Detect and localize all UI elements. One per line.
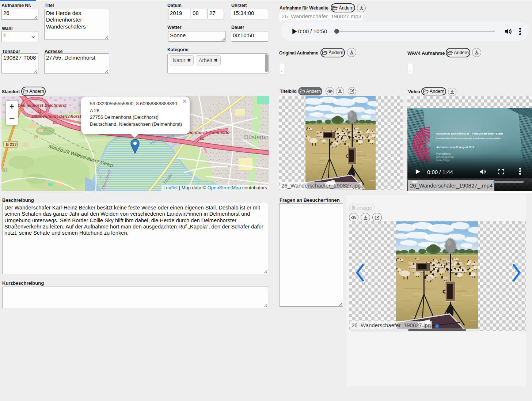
svg-text:Delmenhorst-Deichhorst: Delmenhorst-Deichhorst <box>18 103 67 107</box>
svg-text:Düsterno: Düsterno <box>244 134 269 140</box>
svg-text:21: 21 <box>53 120 57 124</box>
svg-text:Aufnahme vom 27.August 2019: Aufnahme vom 27.August 2019 <box>436 146 474 149</box>
svg-text:21: 21 <box>37 109 42 113</box>
svg-text:Mitschnitt Delmenhorst - Tonsp: Mitschnitt Delmenhorst - Tonspuren einer… <box>436 132 503 135</box>
svg-text:Immaterielles Kulturgut sammel: Immaterielles Kulturgut sammeln, bearbei… <box>436 137 501 139</box>
svg-text:menhorst-Adelheide: menhorst-Adelheide <box>187 130 229 135</box>
svg-text:er: er <box>2 167 8 173</box>
svg-text:B 213: B 213 <box>6 142 16 147</box>
svg-text:22: 22 <box>200 136 204 140</box>
svg-text:Delmenhorst-Deichhorst: Delmenhorst-Deichhorst <box>32 114 81 118</box>
